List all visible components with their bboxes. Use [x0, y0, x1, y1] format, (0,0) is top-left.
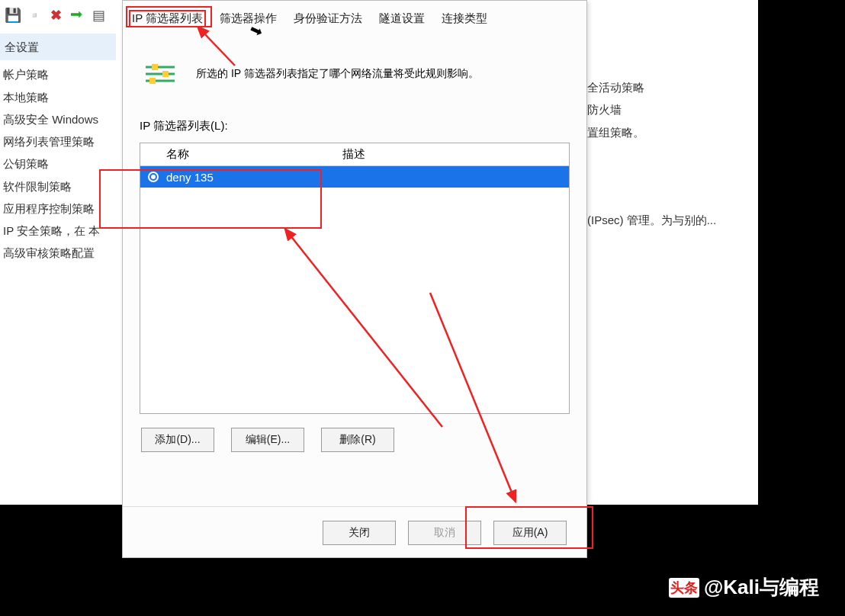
column-desc[interactable]: 描述: [335, 147, 569, 162]
tree-item-local-policy[interactable]: 本地策略: [0, 86, 116, 108]
list-header: 名称 描述: [140, 143, 569, 166]
svg-rect-4: [162, 71, 169, 77]
right-line-1: 全活动策略: [587, 76, 716, 98]
add-button[interactable]: 添加(D)...: [141, 428, 214, 452]
right-line-4: (IPsec) 管理。为与别的...: [587, 209, 716, 231]
filter-list-icon: [146, 63, 175, 85]
filter-list-box[interactable]: 名称 描述 deny 135: [140, 143, 570, 414]
tree-item-advanced-audit[interactable]: 高级审核策略配置: [0, 242, 116, 264]
watermark-logo: 头条: [669, 578, 699, 598]
dialog-tabs: IP 筛选器列表 筛选器操作 身份验证方法 隧道设置 连接类型: [123, 1, 586, 30]
tree-item-public-key[interactable]: 公钥策略: [0, 152, 116, 175]
right-line-2: 防火墙: [587, 98, 716, 120]
dialog-footer: 关闭 取消 应用(A): [123, 506, 586, 545]
svg-rect-3: [152, 64, 158, 70]
tab-connection-type[interactable]: 连接类型: [439, 10, 490, 27]
watermark: 头条 @Kali与编程: [669, 574, 819, 601]
apply-button[interactable]: 应用(A): [493, 521, 567, 545]
remove-button[interactable]: 删除(R): [321, 428, 394, 452]
tab-filter-action[interactable]: 筛选器操作: [217, 10, 280, 27]
cancel-button: 取消: [408, 521, 481, 545]
row-name: deny 135: [166, 171, 214, 184]
right-line-3: 置组策略。: [587, 121, 716, 143]
tree-item-ip-security[interactable]: IP 安全策略，在 本: [0, 220, 116, 242]
info-row: 所选的 IP 筛选器列表指定了哪个网络流量将受此规则影响。: [123, 30, 586, 96]
toolbar-page-icon[interactable]: ▫️: [26, 7, 43, 24]
list-label: IP 筛选器列表(L):: [123, 96, 586, 138]
tree-item-advanced-windows[interactable]: 高级安全 Windows: [0, 108, 116, 130]
tree-item-account-policy[interactable]: 帐户策略: [0, 63, 116, 85]
toolbar: 💾 ▫️ ✖ ⮕ ▤: [0, 0, 107, 30]
toolbar-save-icon[interactable]: 💾: [5, 7, 21, 24]
tree-item-software-restriction[interactable]: 软件限制策略: [0, 175, 116, 197]
list-row-deny-135[interactable]: deny 135: [140, 166, 569, 188]
watermark-text: @Kali与编程: [704, 574, 819, 601]
toolbar-export-icon[interactable]: ⮕: [69, 7, 85, 24]
column-name[interactable]: 名称: [140, 147, 335, 162]
tree-item-app-control[interactable]: 应用程序控制策略: [0, 197, 116, 220]
info-text: 所选的 IP 筛选器列表指定了哪个网络流量将受此规则影响。: [196, 67, 479, 81]
radio-selected-icon[interactable]: [148, 172, 159, 182]
tree-section-title: 全设置: [0, 34, 116, 60]
right-panel-text: 全活动策略 防火墙 置组策略。 (IPsec) 管理。为与别的...: [587, 76, 716, 231]
tab-auth-method[interactable]: 身份验证方法: [291, 10, 365, 27]
svg-rect-5: [149, 78, 156, 84]
list-button-row: 添加(D)... 编辑(E)... 删除(R): [123, 414, 586, 452]
edit-button[interactable]: 编辑(E)...: [231, 428, 304, 452]
tab-tunnel-settings[interactable]: 隧道设置: [376, 10, 428, 27]
toolbar-doc-icon[interactable]: ▤: [90, 7, 107, 24]
ip-filter-dialog: IP 筛选器列表 筛选器操作 身份验证方法 隧道设置 连接类型 所选的 IP 筛…: [122, 0, 587, 558]
left-nav-tree: 全设置 帐户策略 本地策略 高级安全 Windows 网络列表管理策略 公钥策略…: [0, 34, 116, 265]
tab-ip-filter-list[interactable]: IP 筛选器列表: [129, 10, 206, 27]
close-button[interactable]: 关闭: [323, 521, 396, 545]
toolbar-close-icon[interactable]: ✖: [47, 7, 64, 24]
tree-item-network-list[interactable]: 网络列表管理策略: [0, 130, 116, 152]
